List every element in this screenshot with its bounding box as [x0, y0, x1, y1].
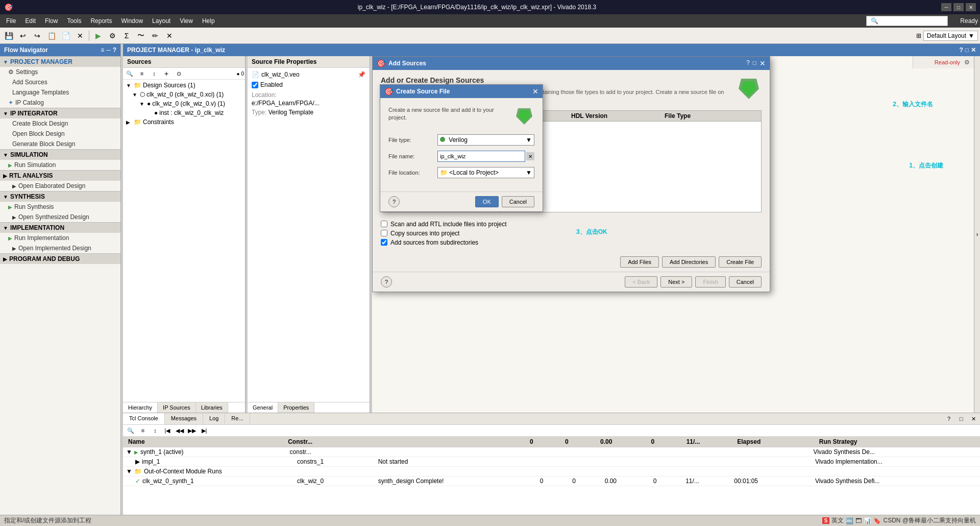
- close-btn[interactable]: ✕: [966, 3, 976, 11]
- clear-filename-btn[interactable]: ✕: [526, 152, 534, 160]
- expand-constraints[interactable]: ▶: [126, 119, 132, 125]
- tree-clk-wiz-xci[interactable]: ▼ ⬡ clk_wiz_0 (clk_wiz_0.xci) (1): [130, 90, 244, 99]
- menu-view[interactable]: View: [176, 14, 197, 28]
- copy-btn[interactable]: 📋: [45, 30, 58, 42]
- menu-window[interactable]: Window: [117, 14, 147, 28]
- sum-btn[interactable]: Σ: [120, 30, 133, 42]
- nav-open-elaborated-design[interactable]: ▶ Open Elaborated Design: [0, 181, 120, 191]
- bt-last-btn[interactable]: ▶|: [199, 426, 210, 435]
- table-row-synth1[interactable]: ▼ ▶ synth_1 (active) constr... Vivado Sy…: [123, 447, 980, 457]
- modal-min-icon[interactable]: □: [753, 59, 756, 67]
- sources-filter-btn[interactable]: ≡: [136, 69, 148, 78]
- menu-help[interactable]: Help: [198, 14, 219, 28]
- section-program-debug[interactable]: ▶ PROGRAM AND DEBUG: [0, 253, 120, 264]
- nav-collapse-icon[interactable]: ─: [106, 46, 111, 54]
- sources-search-btn[interactable]: 🔍: [124, 69, 135, 78]
- back-btn[interactable]: < Back: [625, 276, 657, 288]
- quick-access-input[interactable]: 🔍 Quick Access: [866, 16, 948, 26]
- section-rtl-analysis[interactable]: ▶ RTL ANALYSIS: [0, 170, 120, 181]
- menu-flow[interactable]: Flow: [41, 14, 62, 28]
- modal-cancel-btn[interactable]: Cancel: [729, 276, 762, 288]
- finish-btn[interactable]: Finish: [695, 276, 725, 288]
- sources-options-btn[interactable]: ⊙: [173, 69, 184, 78]
- readonly-settings-icon[interactable]: ⚙: [964, 59, 970, 66]
- nav-run-synthesis[interactable]: ▶ Run Synthesis: [0, 202, 120, 212]
- save-btn[interactable]: 💾: [2, 30, 15, 42]
- tree-design-sources[interactable]: ▼ 📁 Design Sources (1): [124, 81, 244, 90]
- right-collapse-handle[interactable]: ›: [974, 56, 980, 413]
- tab-ip-sources[interactable]: IP Sources: [158, 402, 196, 413]
- nav-generate-block-design[interactable]: Generate Block Design: [0, 139, 120, 149]
- expand-clk-v[interactable]: ▼: [139, 101, 145, 107]
- enabled-checkbox[interactable]: [252, 82, 258, 88]
- nav-open-synthesized-design[interactable]: ▶ Open Synthesized Design: [0, 212, 120, 222]
- tab-general[interactable]: General: [248, 402, 278, 413]
- section-simulation[interactable]: ▼ SIMULATION: [0, 149, 120, 160]
- table-row-impl1[interactable]: ▶ impl_1 constrs_1 Not started Vivado Im…: [123, 457, 980, 467]
- redo-btn[interactable]: ↪: [31, 30, 44, 42]
- sources-sort-btn[interactable]: ↕: [149, 69, 160, 78]
- sources-add-btn[interactable]: +: [161, 69, 172, 78]
- menu-edit[interactable]: Edit: [21, 14, 40, 28]
- bt-sort-btn[interactable]: ↕: [150, 426, 161, 435]
- tab-log[interactable]: Log: [203, 413, 225, 424]
- file-location-select[interactable]: 📁 <Local to Project> ▼: [437, 167, 534, 178]
- delete-btn[interactable]: ✕: [74, 30, 87, 42]
- create-file-btn[interactable]: Create File: [719, 256, 762, 268]
- footer-help-btn[interactable]: ?: [381, 276, 392, 288]
- tab-hierarchy[interactable]: Hierarchy: [123, 402, 158, 413]
- menu-reports[interactable]: Reports: [86, 14, 116, 28]
- layout-selector[interactable]: Default Layout ▼: [923, 31, 978, 41]
- content-help-icon[interactable]: ?: [959, 46, 963, 54]
- nav-settings[interactable]: ⚙ Settings: [0, 67, 120, 77]
- bt-filter-btn[interactable]: ≡: [137, 426, 149, 435]
- run-btn[interactable]: ▶: [91, 30, 105, 42]
- expand-clk-xci[interactable]: ▼: [132, 92, 138, 98]
- dialog-close-btn[interactable]: ✕: [532, 87, 538, 95]
- nav-ip-catalog[interactable]: ✦ IP Catalog: [0, 98, 120, 108]
- tab-libraries[interactable]: Libraries: [196, 402, 228, 413]
- bt-first-btn[interactable]: |◀: [162, 426, 173, 435]
- table-row-clkwiz-synth[interactable]: ✓ clk_wiz_0_synth_1 clk_wiz_0 synth_desi…: [123, 476, 980, 486]
- debug-btn[interactable]: ⚙: [106, 30, 119, 42]
- modal-help-icon[interactable]: ?: [746, 59, 750, 67]
- scan-rtl-checkbox[interactable]: [381, 221, 387, 227]
- nav-add-sources[interactable]: Add Sources: [0, 77, 120, 87]
- section-ip-integrator[interactable]: ▼ IP INTEGRATOR: [0, 108, 120, 118]
- bt-search-btn[interactable]: 🔍: [125, 426, 136, 435]
- tab-reports[interactable]: Re...: [225, 413, 250, 424]
- nav-expand-icon[interactable]: ≡: [101, 46, 104, 54]
- content-float-icon[interactable]: □: [965, 46, 969, 54]
- edit2-btn[interactable]: ✏: [149, 30, 162, 42]
- tab-properties[interactable]: Properties: [278, 402, 314, 413]
- table-row-ooc[interactable]: ▼ 📁 Out-of-Context Module Runs: [123, 467, 980, 476]
- nav-run-implementation[interactable]: ▶ Run Implementation: [0, 233, 120, 243]
- section-synthesis[interactable]: ▼ SYNTHESIS: [0, 191, 120, 202]
- nav-create-block-design[interactable]: Create Block Design: [0, 118, 120, 129]
- wave-btn[interactable]: 〜: [134, 30, 148, 42]
- pin-icon[interactable]: 📌: [358, 71, 365, 78]
- stop-btn[interactable]: ✕: [163, 30, 176, 42]
- add-files-btn[interactable]: Add Files: [620, 256, 659, 268]
- cancel-btn[interactable]: Cancel: [502, 196, 534, 207]
- tree-constraints[interactable]: ▶ 📁 Constraints: [124, 117, 244, 127]
- add-directories-btn[interactable]: Add Directories: [662, 256, 716, 268]
- tab-tcl-console[interactable]: Tcl Console: [123, 413, 165, 424]
- undo-btn[interactable]: ↩: [16, 30, 30, 42]
- dialog-help-btn[interactable]: ?: [388, 196, 400, 207]
- content-close-icon[interactable]: ✕: [971, 46, 976, 54]
- maximize-btn[interactable]: □: [953, 3, 964, 11]
- paste-btn[interactable]: 📄: [59, 30, 72, 42]
- bt-next-btn[interactable]: ▶▶: [186, 426, 198, 435]
- add-subdirs-checkbox[interactable]: [381, 239, 387, 246]
- tree-inst[interactable]: ● inst : clk_wiz_0_clk_wiz: [144, 108, 244, 117]
- tab-messages[interactable]: Messages: [165, 413, 203, 424]
- nav-open-implemented-design[interactable]: ▶ Open Implemented Design: [0, 243, 120, 253]
- menu-tools[interactable]: Tools: [63, 14, 85, 28]
- nav-open-block-design[interactable]: Open Block Design: [0, 129, 120, 139]
- menu-layout[interactable]: Layout: [148, 14, 175, 28]
- section-project-manager[interactable]: ▼ PROJECT MANAGER: [0, 56, 120, 67]
- bottom-help-btn[interactable]: ?: [943, 414, 954, 423]
- next-btn[interactable]: Next >: [660, 276, 692, 288]
- bottom-close-btn[interactable]: ✕: [968, 414, 979, 423]
